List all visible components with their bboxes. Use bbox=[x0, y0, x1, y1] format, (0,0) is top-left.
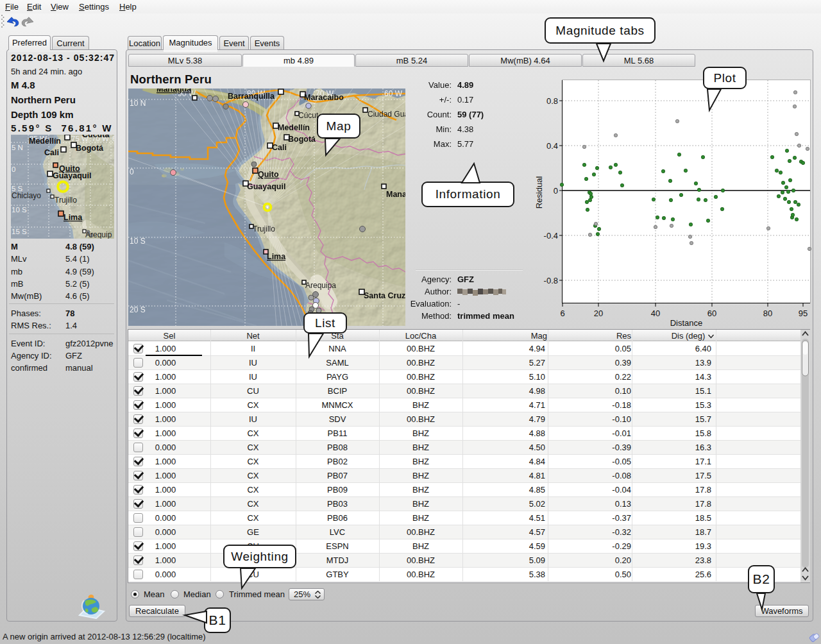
svg-text:Cucuta: Cucuta bbox=[82, 135, 110, 139]
svg-text:Arequipa: Arequipa bbox=[305, 281, 336, 290]
svg-text:Distance: Distance bbox=[670, 318, 703, 327]
svg-text:Trujillo: Trujillo bbox=[55, 196, 77, 205]
svg-text:Bogotá: Bogotá bbox=[76, 144, 103, 153]
svg-text:Guayaquil: Guayaquil bbox=[247, 182, 285, 191]
svg-text:-0.4: -0.4 bbox=[544, 231, 558, 241]
svg-text:20: 20 bbox=[594, 309, 603, 318]
svg-text:Arequip: Arequip bbox=[85, 230, 112, 239]
svg-text:10 S: 10 S bbox=[130, 237, 146, 246]
svg-text:-0.8: -0.8 bbox=[544, 276, 558, 285]
svg-text:6: 6 bbox=[112, 135, 114, 142]
svg-text:Guayaquil: Guayaquil bbox=[53, 171, 91, 180]
svg-text:0: 0 bbox=[12, 165, 15, 173]
svg-text:Cali: Cali bbox=[272, 143, 287, 152]
svg-text:15 S: 15 S bbox=[12, 228, 27, 235]
svg-text:20 S: 20 S bbox=[130, 305, 146, 314]
svg-text:0: 0 bbox=[554, 186, 558, 196]
svg-text:10 S: 10 S bbox=[12, 206, 27, 214]
svg-text:5 N: 5 N bbox=[12, 144, 23, 151]
svg-text:0: 0 bbox=[130, 167, 134, 176]
svg-text:0.4: 0.4 bbox=[546, 141, 558, 151]
svg-text:Trujillo: Trujillo bbox=[253, 225, 275, 233]
svg-text:0.8: 0.8 bbox=[546, 96, 558, 106]
svg-text:Maracaibo: Maracaibo bbox=[304, 93, 344, 102]
svg-text:Lima: Lima bbox=[63, 213, 83, 222]
svg-text:Mana: Mana bbox=[386, 190, 405, 199]
svg-text:Cali: Cali bbox=[44, 148, 59, 157]
svg-text:Lima: Lima bbox=[267, 252, 286, 261]
svg-text:40: 40 bbox=[651, 309, 660, 318]
svg-text:Residual: Residual bbox=[534, 176, 544, 209]
svg-text:Quito: Quito bbox=[258, 170, 279, 179]
svg-text:Chiclayo: Chiclayo bbox=[12, 191, 41, 200]
svg-text:Managua: Managua bbox=[157, 89, 192, 94]
svg-text:6: 6 bbox=[560, 309, 564, 318]
svg-text:Medellín: Medellín bbox=[278, 123, 310, 132]
svg-text:95: 95 bbox=[799, 309, 808, 318]
svg-text:Medellín: Medellín bbox=[29, 137, 61, 146]
svg-text:Bogotá: Bogotá bbox=[288, 135, 316, 144]
svg-text:10 N: 10 N bbox=[130, 99, 146, 108]
svg-text:80: 80 bbox=[763, 309, 772, 318]
svg-text:Cúcut: Cúcut bbox=[298, 111, 319, 120]
svg-text:Barranquilla: Barranquilla bbox=[228, 92, 275, 101]
svg-text:60: 60 bbox=[707, 309, 716, 318]
